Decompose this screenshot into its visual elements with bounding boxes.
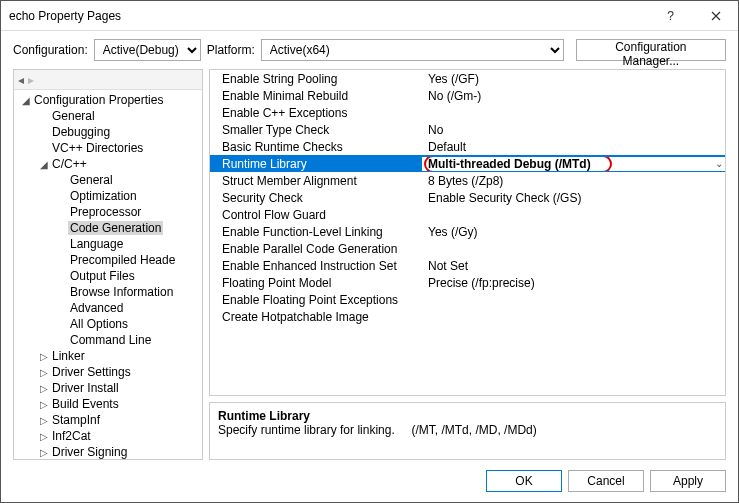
tree-item-label: Configuration Properties [32, 93, 165, 107]
property-value[interactable]: 8 Bytes (/Zp8) [422, 174, 725, 188]
property-name: Security Check [210, 191, 422, 205]
expander-icon[interactable]: ▷ [38, 415, 50, 426]
property-row[interactable]: Security CheckEnable Security Check (/GS… [210, 189, 725, 206]
tree-item[interactable]: Debugging [14, 124, 202, 140]
tree-item[interactable]: ▷StampInf [14, 412, 202, 428]
configuration-select[interactable]: Active(Debug) [94, 39, 201, 61]
configuration-manager-button[interactable]: Configuration Manager... [576, 39, 726, 61]
property-value-text: Enable Security Check (/GS) [428, 191, 581, 205]
tree-item[interactable]: Optimization [14, 188, 202, 204]
tree-toolbar: ◂ ▸ [14, 70, 202, 90]
tree-item-label: Preprocessor [68, 205, 143, 219]
close-icon [711, 11, 721, 21]
property-value-text: 8 Bytes (/Zp8) [428, 174, 503, 188]
property-value-text: Not Set [428, 259, 468, 273]
expander-icon[interactable]: ▷ [38, 367, 50, 378]
property-name: Create Hotpatchable Image [210, 310, 422, 324]
tree-item[interactable]: Precompiled Heade [14, 252, 202, 268]
tree-item[interactable]: Preprocessor [14, 204, 202, 220]
tree-item[interactable]: ▷Inf2Cat [14, 428, 202, 444]
tree-item-label: Precompiled Heade [68, 253, 177, 267]
expander-icon[interactable]: ▷ [38, 447, 50, 458]
property-pages-window: echo Property Pages ? Configuration: Act… [0, 0, 739, 503]
expander-icon[interactable]: ◢ [20, 95, 32, 106]
tree-item-label: Driver Signing [50, 445, 129, 459]
tree-nav-fwd-icon[interactable]: ▸ [28, 73, 34, 87]
property-row[interactable]: Basic Runtime ChecksDefault [210, 138, 725, 155]
help-button[interactable]: ? [648, 1, 693, 30]
expander-icon[interactable]: ◢ [38, 159, 50, 170]
tree-item[interactable]: ▷Driver Signing [14, 444, 202, 459]
property-value[interactable]: No [422, 123, 725, 137]
property-name: Basic Runtime Checks [210, 140, 422, 154]
platform-select[interactable]: Active(x64) [261, 39, 564, 61]
tree-item-label: Command Line [68, 333, 153, 347]
tree-item[interactable]: General [14, 108, 202, 124]
ok-button[interactable]: OK [486, 470, 562, 492]
property-value[interactable]: Default [422, 140, 725, 154]
tree-item[interactable]: ◢Configuration Properties [14, 92, 202, 108]
tree-item[interactable]: ◢C/C++ [14, 156, 202, 172]
dropdown-arrow-icon[interactable]: ⌄ [715, 158, 723, 169]
property-value[interactable]: Yes (/Gy) [422, 225, 725, 239]
property-value[interactable]: Multi-threaded Debug (/MTd)⌄ [422, 157, 725, 171]
tree-item-label: All Options [68, 317, 130, 331]
expander-icon[interactable]: ▷ [38, 431, 50, 442]
nav-tree[interactable]: ◢Configuration PropertiesGeneralDebuggin… [14, 90, 202, 459]
property-value[interactable]: Not Set [422, 259, 725, 273]
description-heading: Runtime Library [218, 409, 717, 423]
tree-item[interactable]: All Options [14, 316, 202, 332]
expander-icon[interactable]: ▷ [38, 351, 50, 362]
expander-icon[interactable]: ▷ [38, 399, 50, 410]
expander-icon[interactable]: ▷ [38, 383, 50, 394]
property-value[interactable]: Enable Security Check (/GS) [422, 191, 725, 205]
tree-item[interactable]: Browse Information [14, 284, 202, 300]
property-row[interactable]: Enable Parallel Code Generation [210, 240, 725, 257]
tree-item-label: Advanced [68, 301, 125, 315]
tree-item-label: General [68, 173, 115, 187]
property-row[interactable]: Enable Minimal RebuildNo (/Gm-) [210, 87, 725, 104]
tree-item[interactable]: Advanced [14, 300, 202, 316]
tree-item[interactable]: Command Line [14, 332, 202, 348]
tree-item[interactable]: ▷Linker [14, 348, 202, 364]
apply-button[interactable]: Apply [650, 470, 726, 492]
tree-item[interactable]: ▷Driver Install [14, 380, 202, 396]
tree-item[interactable]: Code Generation [14, 220, 202, 236]
property-row[interactable]: Enable Function-Level LinkingYes (/Gy) [210, 223, 725, 240]
property-row[interactable]: Enable String PoolingYes (/GF) [210, 70, 725, 87]
property-row[interactable]: Floating Point ModelPrecise (/fp:precise… [210, 274, 725, 291]
tree-item[interactable]: VC++ Directories [14, 140, 202, 156]
property-row[interactable]: Enable Floating Point Exceptions [210, 291, 725, 308]
tree-item[interactable]: General [14, 172, 202, 188]
property-value[interactable]: No (/Gm-) [422, 89, 725, 103]
property-name: Enable Enhanced Instruction Set [210, 259, 422, 273]
property-name: Smaller Type Check [210, 123, 422, 137]
tree-nav-back-icon[interactable]: ◂ [18, 73, 24, 87]
property-value[interactable]: Yes (/GF) [422, 72, 725, 86]
tree-item[interactable]: Language [14, 236, 202, 252]
property-row[interactable]: Enable C++ Exceptions [210, 104, 725, 121]
property-value-text: Multi-threaded Debug (/MTd) [428, 157, 591, 171]
tree-item[interactable]: ▷Build Events [14, 396, 202, 412]
property-grid[interactable]: Enable String PoolingYes (/GF)Enable Min… [209, 69, 726, 396]
tree-item-label: Code Generation [68, 221, 163, 235]
property-value-text: Yes (/Gy) [428, 225, 478, 239]
property-row[interactable]: Create Hotpatchable Image [210, 308, 725, 325]
property-row[interactable]: Struct Member Alignment8 Bytes (/Zp8) [210, 172, 725, 189]
platform-label: Platform: [207, 43, 255, 57]
close-button[interactable] [693, 1, 738, 30]
cancel-button[interactable]: Cancel [568, 470, 644, 492]
property-row[interactable]: Control Flow Guard [210, 206, 725, 223]
property-row[interactable]: Smaller Type CheckNo [210, 121, 725, 138]
tree-item[interactable]: ▷Driver Settings [14, 364, 202, 380]
property-row[interactable]: Enable Enhanced Instruction SetNot Set [210, 257, 725, 274]
property-row[interactable]: Runtime LibraryMulti-threaded Debug (/MT… [210, 155, 725, 172]
titlebar: echo Property Pages ? [1, 1, 738, 31]
property-name: Enable C++ Exceptions [210, 106, 422, 120]
property-value[interactable]: Precise (/fp:precise) [422, 276, 725, 290]
tree-item-label: StampInf [50, 413, 102, 427]
property-name: Struct Member Alignment [210, 174, 422, 188]
tree-item-label: Build Events [50, 397, 121, 411]
tree-item[interactable]: Output Files [14, 268, 202, 284]
tree-item-label: Linker [50, 349, 87, 363]
